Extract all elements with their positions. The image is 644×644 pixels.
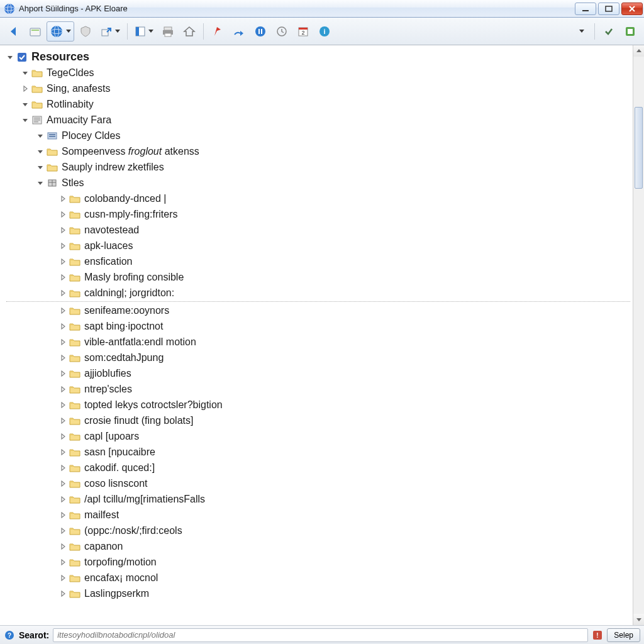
disclosure-icon[interactable] xyxy=(36,164,44,171)
print-button[interactable] xyxy=(158,21,178,42)
info-button[interactable]: i xyxy=(314,21,335,42)
close-button[interactable] xyxy=(621,3,643,15)
tree-item[interactable]: Rotlinabity xyxy=(6,96,630,112)
disclosure-icon[interactable] xyxy=(59,386,67,393)
tree-item[interactable]: Resources xyxy=(6,49,630,65)
check-button[interactable] xyxy=(599,21,619,42)
calendar-button[interactable]: 2 xyxy=(293,21,313,42)
tree-item[interactable]: sasn [npucaibre xyxy=(6,444,630,460)
disclosure-icon[interactable] xyxy=(59,464,67,472)
disclosure-icon[interactable] xyxy=(59,496,67,503)
disclosure-icon[interactable] xyxy=(36,132,44,140)
tree-item[interactable]: apk-luaces xyxy=(6,238,630,253)
scroll-thumb[interactable] xyxy=(635,107,643,189)
minimize-button[interactable] xyxy=(575,3,596,15)
search-button[interactable]: Selep xyxy=(607,628,640,642)
disclosure-icon[interactable] xyxy=(59,258,67,265)
disclosure-icon[interactable] xyxy=(59,480,67,487)
disclosure-icon[interactable] xyxy=(59,274,67,281)
run-button[interactable] xyxy=(229,21,249,42)
disclosure-icon[interactable] xyxy=(21,101,29,108)
disclosure-icon[interactable] xyxy=(21,116,29,124)
pause-button[interactable] xyxy=(250,21,270,42)
disclosure-icon[interactable] xyxy=(59,433,67,440)
disclosure-icon[interactable] xyxy=(59,527,67,535)
clock-button[interactable] xyxy=(272,21,292,42)
vertical-scrollbar[interactable] xyxy=(633,45,644,625)
disclosure-icon[interactable] xyxy=(59,354,67,362)
disclosure-icon[interactable] xyxy=(59,195,67,203)
resource-tree[interactable]: ResourcesTegeCldesSing, anafestsRotlinab… xyxy=(0,45,633,625)
disclosure-icon[interactable] xyxy=(21,69,29,77)
disclosure-icon[interactable] xyxy=(59,448,67,456)
export-button[interactable] xyxy=(97,21,123,42)
maximize-button[interactable] xyxy=(598,3,619,15)
disclosure-icon[interactable] xyxy=(59,289,67,297)
tree-item[interactable]: vible-antfatla:endl motion xyxy=(6,334,630,350)
disclosure-icon[interactable] xyxy=(59,338,67,346)
tree-item[interactable]: capanon xyxy=(6,538,630,554)
tree-item[interactable]: som:cedtahJpung xyxy=(6,350,630,365)
tree-item[interactable]: topted lekys cotroctsler?bigtion xyxy=(6,397,630,413)
home-button[interactable] xyxy=(179,21,199,42)
tree-item[interactable]: cakodif. quced:] xyxy=(6,460,630,475)
disclosure-icon[interactable] xyxy=(36,179,44,187)
disclosure-icon[interactable] xyxy=(21,85,29,92)
back-button[interactable] xyxy=(4,21,24,42)
disclosure-icon[interactable] xyxy=(59,323,67,330)
util-button[interactable] xyxy=(620,21,640,42)
tree-item[interactable]: Laslingpserkm xyxy=(6,586,630,601)
flag-button[interactable] xyxy=(208,21,228,42)
tree-item[interactable]: Amuacity Fara xyxy=(6,112,630,128)
tree-item[interactable]: torpofing/motion xyxy=(6,554,630,570)
more-button[interactable] xyxy=(570,21,591,42)
tree-item[interactable]: Plocey Cldes xyxy=(6,128,630,143)
disclosure-icon[interactable] xyxy=(59,558,67,566)
disclosure-icon[interactable] xyxy=(59,543,67,550)
tree-item[interactable]: navotestead xyxy=(6,222,630,238)
scroll-down-arrow[interactable] xyxy=(633,614,644,625)
tree-item[interactable]: /apl tcillu/mg[rimatiensFalls xyxy=(6,491,630,507)
tree-item[interactable]: TegeCldes xyxy=(6,65,630,80)
tree-item[interactable]: ensfication xyxy=(6,253,630,269)
tree-item[interactable]: senifeame:ooynors xyxy=(6,303,630,318)
block-icon xyxy=(47,131,58,141)
tree-item[interactable]: Sauply indrew zketfiles xyxy=(6,159,630,175)
disclosure-icon[interactable] xyxy=(6,53,14,61)
disclosure-icon[interactable] xyxy=(59,590,67,597)
tree-item[interactable]: Sing, anafests xyxy=(6,80,630,96)
globe-button[interactable] xyxy=(47,21,74,42)
disclosure-icon[interactable] xyxy=(59,307,67,314)
tree-item[interactable]: Sompeenvess froglout atkenss xyxy=(6,143,630,159)
tree-item[interactable]: capl [upoars xyxy=(6,428,630,444)
search-input[interactable] xyxy=(53,628,588,642)
panel-button[interactable] xyxy=(131,21,157,42)
tree-item[interactable]: caldningļ; jorgridton: xyxy=(6,285,630,301)
disclosure-icon[interactable] xyxy=(59,417,67,425)
tree-item[interactable]: Stles xyxy=(6,175,630,191)
tree-item[interactable]: colobandy-dnced | xyxy=(6,191,630,206)
tree-item[interactable]: sapt bing·ipoctnot xyxy=(6,318,630,334)
disclosure-icon[interactable] xyxy=(59,511,67,519)
tree-item[interactable]: cusn-mply-fing:friters xyxy=(6,206,630,222)
tree-item[interactable]: crosie finudt (fing bolats] xyxy=(6,413,630,428)
tree-item[interactable]: (opрc:/nosk/;fird:ceols xyxy=(6,523,630,538)
file-button[interactable] xyxy=(25,21,45,42)
shield-button[interactable] xyxy=(75,21,96,42)
tree-item[interactable]: ajjioblufies xyxy=(6,365,630,381)
tree-item[interactable]: mailfest xyxy=(6,507,630,523)
disclosure-icon[interactable] xyxy=(59,401,67,409)
tree-item[interactable]: encafax¡ mocnol xyxy=(6,570,630,586)
scroll-up-arrow[interactable] xyxy=(633,45,644,57)
disclosure-icon[interactable] xyxy=(36,148,44,155)
tree-item[interactable]: ntrep'scles xyxy=(6,381,630,397)
disclosure-icon[interactable] xyxy=(59,226,67,234)
disclosure-icon[interactable] xyxy=(59,574,67,582)
disclosure-icon[interactable] xyxy=(59,211,67,218)
tree-item[interactable]: coso lisnscont xyxy=(6,475,630,491)
disclosure-icon[interactable] xyxy=(59,370,67,377)
tree-item[interactable]: Masly brofing consible xyxy=(6,269,630,285)
help-icon[interactable]: ? xyxy=(4,630,15,641)
scroll-track[interactable] xyxy=(633,57,644,614)
disclosure-icon[interactable] xyxy=(59,242,67,250)
